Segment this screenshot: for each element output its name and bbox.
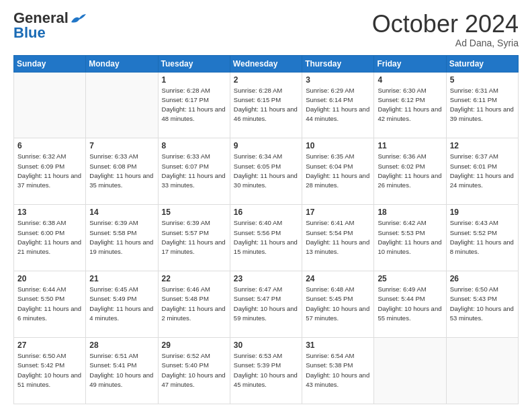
day-info: Sunrise: 6:29 AMSunset: 6:14 PMDaylight:… (306, 86, 370, 124)
day-info: Sunrise: 6:53 AMSunset: 5:39 PMDaylight:… (234, 351, 298, 390)
day-number: 5 (450, 75, 515, 85)
day-number: 21 (89, 274, 154, 283)
table-row: 16Sunrise: 6:40 AMSunset: 5:56 PMDayligh… (230, 205, 302, 271)
day-number: 8 (162, 141, 226, 150)
table-row: 20Sunrise: 6:44 AMSunset: 5:50 PMDayligh… (14, 271, 86, 338)
day-number: 20 (17, 274, 82, 283)
calendar-week-row: 20Sunrise: 6:44 AMSunset: 5:50 PMDayligh… (14, 271, 519, 338)
page: GeneralBlue October 2024 Ad Dana, Syria … (0, 0, 532, 411)
day-info: Sunrise: 6:28 AMSunset: 6:15 PMDaylight:… (234, 86, 298, 124)
calendar-week-row: 27Sunrise: 6:50 AMSunset: 5:42 PMDayligh… (14, 338, 519, 404)
table-row: 9Sunrise: 6:34 AMSunset: 6:05 PMDaylight… (230, 138, 302, 205)
day-number: 26 (450, 274, 515, 283)
day-number: 9 (234, 141, 298, 150)
table-row: 11Sunrise: 6:36 AMSunset: 6:02 PMDayligh… (374, 138, 446, 205)
day-info: Sunrise: 6:43 AMSunset: 5:52 PMDaylight:… (450, 218, 515, 257)
day-info: Sunrise: 6:47 AMSunset: 5:47 PMDaylight:… (234, 285, 298, 323)
logo: GeneralBlue (13, 11, 87, 40)
table-row: 19Sunrise: 6:43 AMSunset: 5:52 PMDayligh… (446, 205, 518, 271)
table-row: 24Sunrise: 6:48 AMSunset: 5:45 PMDayligh… (302, 271, 374, 338)
table-row: 28Sunrise: 6:51 AMSunset: 5:41 PMDayligh… (86, 338, 158, 404)
day-info: Sunrise: 6:38 AMSunset: 6:00 PMDaylight:… (17, 218, 82, 257)
day-number: 15 (162, 208, 226, 217)
day-number: 10 (306, 141, 370, 150)
day-number: 28 (89, 340, 154, 350)
header-tuesday: Tuesday (158, 55, 230, 72)
calendar-week-row: 13Sunrise: 6:38 AMSunset: 6:00 PMDayligh… (14, 205, 519, 271)
table-row: 2Sunrise: 6:28 AMSunset: 6:15 PMDaylight… (230, 72, 302, 138)
table-row: 29Sunrise: 6:52 AMSunset: 5:40 PMDayligh… (158, 338, 230, 404)
calendar-week-row: 1Sunrise: 6:28 AMSunset: 6:17 PMDaylight… (14, 72, 519, 138)
day-number: 29 (162, 340, 226, 350)
day-number: 25 (378, 274, 442, 283)
day-info: Sunrise: 6:30 AMSunset: 6:12 PMDaylight:… (378, 86, 442, 124)
table-row (14, 72, 86, 138)
day-number: 19 (450, 208, 515, 217)
table-row: 4Sunrise: 6:30 AMSunset: 6:12 PMDaylight… (374, 72, 446, 138)
table-row (86, 72, 158, 138)
day-number: 12 (450, 141, 515, 150)
location: Ad Dana, Syria (372, 38, 519, 48)
day-info: Sunrise: 6:33 AMSunset: 6:07 PMDaylight:… (162, 152, 226, 190)
day-info: Sunrise: 6:52 AMSunset: 5:40 PMDaylight:… (162, 351, 226, 390)
header-thursday: Thursday (302, 55, 374, 72)
day-number: 11 (378, 141, 442, 150)
table-row: 3Sunrise: 6:29 AMSunset: 6:14 PMDaylight… (302, 72, 374, 138)
day-info: Sunrise: 6:35 AMSunset: 6:04 PMDaylight:… (306, 152, 370, 190)
day-info: Sunrise: 6:33 AMSunset: 6:08 PMDaylight:… (89, 152, 154, 190)
table-row: 15Sunrise: 6:39 AMSunset: 5:57 PMDayligh… (158, 205, 230, 271)
day-info: Sunrise: 6:42 AMSunset: 5:53 PMDaylight:… (378, 218, 442, 257)
day-info: Sunrise: 6:31 AMSunset: 6:11 PMDaylight:… (450, 86, 515, 124)
day-number: 4 (378, 75, 442, 85)
day-info: Sunrise: 6:50 AMSunset: 5:43 PMDaylight:… (450, 285, 515, 323)
day-info: Sunrise: 6:39 AMSunset: 5:57 PMDaylight:… (162, 218, 226, 257)
day-info: Sunrise: 6:37 AMSunset: 6:01 PMDaylight:… (450, 152, 515, 190)
day-info: Sunrise: 6:28 AMSunset: 6:17 PMDaylight:… (162, 86, 226, 124)
day-number: 16 (234, 208, 298, 217)
table-row: 10Sunrise: 6:35 AMSunset: 6:04 PMDayligh… (302, 138, 374, 205)
table-row: 18Sunrise: 6:42 AMSunset: 5:53 PMDayligh… (374, 205, 446, 271)
table-row: 6Sunrise: 6:32 AMSunset: 6:09 PMDaylight… (14, 138, 86, 205)
day-info: Sunrise: 6:39 AMSunset: 5:58 PMDaylight:… (89, 218, 154, 257)
title-area: October 2024 Ad Dana, Syria (372, 11, 519, 48)
day-number: 30 (234, 340, 298, 350)
day-number: 7 (89, 141, 154, 150)
month-title: October 2024 (372, 11, 519, 38)
day-info: Sunrise: 6:45 AMSunset: 5:49 PMDaylight:… (89, 285, 154, 323)
day-number: 6 (17, 141, 82, 150)
day-number: 14 (89, 208, 154, 217)
table-row: 12Sunrise: 6:37 AMSunset: 6:01 PMDayligh… (446, 138, 518, 205)
day-number: 24 (306, 274, 370, 283)
table-row: 22Sunrise: 6:46 AMSunset: 5:48 PMDayligh… (158, 271, 230, 338)
header-saturday: Saturday (446, 55, 518, 72)
day-number: 27 (17, 340, 82, 350)
header-sunday: Sunday (14, 55, 86, 72)
table-row: 25Sunrise: 6:49 AMSunset: 5:44 PMDayligh… (374, 271, 446, 338)
table-row: 13Sunrise: 6:38 AMSunset: 6:00 PMDayligh… (14, 205, 86, 271)
table-row: 23Sunrise: 6:47 AMSunset: 5:47 PMDayligh… (230, 271, 302, 338)
day-info: Sunrise: 6:36 AMSunset: 6:02 PMDaylight:… (378, 152, 442, 190)
header: GeneralBlue October 2024 Ad Dana, Syria (13, 11, 519, 48)
table-row: 30Sunrise: 6:53 AMSunset: 5:39 PMDayligh… (230, 338, 302, 404)
table-row: 26Sunrise: 6:50 AMSunset: 5:43 PMDayligh… (446, 271, 518, 338)
day-info: Sunrise: 6:41 AMSunset: 5:54 PMDaylight:… (306, 218, 370, 257)
day-info: Sunrise: 6:48 AMSunset: 5:45 PMDaylight:… (306, 285, 370, 323)
table-row (446, 338, 518, 404)
day-info: Sunrise: 6:32 AMSunset: 6:09 PMDaylight:… (17, 152, 82, 190)
header-wednesday: Wednesday (230, 55, 302, 72)
table-row: 21Sunrise: 6:45 AMSunset: 5:49 PMDayligh… (86, 271, 158, 338)
day-number: 18 (378, 208, 442, 217)
day-info: Sunrise: 6:54 AMSunset: 5:38 PMDaylight:… (306, 351, 370, 390)
day-info: Sunrise: 6:49 AMSunset: 5:44 PMDaylight:… (378, 285, 442, 323)
day-number: 22 (162, 274, 226, 283)
day-info: Sunrise: 6:51 AMSunset: 5:41 PMDaylight:… (89, 351, 154, 390)
day-info: Sunrise: 6:46 AMSunset: 5:48 PMDaylight:… (162, 285, 226, 323)
table-row: 27Sunrise: 6:50 AMSunset: 5:42 PMDayligh… (14, 338, 86, 404)
day-number: 2 (234, 75, 298, 85)
calendar-week-row: 6Sunrise: 6:32 AMSunset: 6:09 PMDaylight… (14, 138, 519, 205)
logo-bird-icon (70, 13, 87, 26)
day-number: 17 (306, 208, 370, 217)
day-number: 31 (306, 340, 370, 350)
table-row: 1Sunrise: 6:28 AMSunset: 6:17 PMDaylight… (158, 72, 230, 138)
table-row: 14Sunrise: 6:39 AMSunset: 5:58 PMDayligh… (86, 205, 158, 271)
